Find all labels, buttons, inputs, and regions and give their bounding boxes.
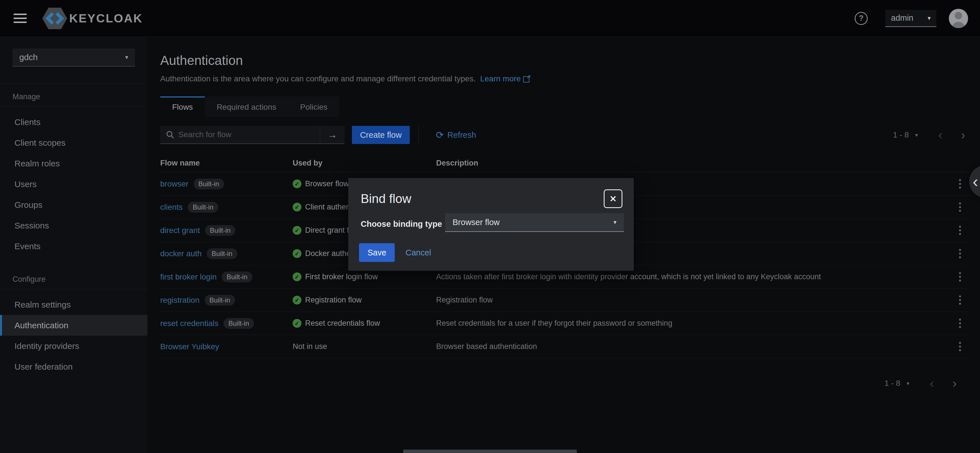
chevron-down-icon: ▾ <box>125 54 128 60</box>
pagination-range[interactable]: 1 - 8 <box>893 130 909 140</box>
masthead: KEYCLOAK ? admin ▾ <box>0 0 980 37</box>
next-page-icon[interactable]: › <box>953 377 957 389</box>
refresh-icon: ⟳ <box>436 129 444 141</box>
binding-type-label: Choose binding type <box>361 219 442 229</box>
built-in-badge: Built-in <box>188 202 218 213</box>
flow-name-cell: browserBuilt-in <box>160 179 293 189</box>
chevron-left-icon: ‹ <box>973 173 978 190</box>
check-circle-icon: ✓ <box>293 319 301 328</box>
used-by-text: First broker login flow <box>305 272 378 281</box>
search-icon <box>166 130 174 139</box>
page-description: Authentication is the area where you can… <box>160 74 476 83</box>
divider <box>0 83 148 84</box>
search-submit-arrow-icon[interactable]: → <box>320 126 345 143</box>
create-flow-button[interactable]: Create flow <box>352 126 410 144</box>
realm-name: gdch <box>19 52 38 62</box>
flow-name-link[interactable]: browser <box>160 180 189 189</box>
used-by-text: Docker authen <box>305 249 355 258</box>
table-header: Flow name Used by Description <box>160 154 970 172</box>
realm-selector[interactable]: gdch ▾ <box>13 48 135 67</box>
used-by-cell: ✓First broker login flow <box>293 272 436 281</box>
avatar[interactable] <box>949 9 968 28</box>
sidebar: gdch ▾ Manage ClientsClient scopesRealm … <box>0 37 148 453</box>
flow-name-link[interactable]: registration <box>160 296 200 305</box>
kebab-menu-icon[interactable] <box>957 270 963 284</box>
flow-name-link[interactable]: Browser Yuibkey <box>160 342 219 351</box>
used-by-text: Direct grant fl <box>305 226 351 235</box>
built-in-badge: Built-in <box>223 318 254 329</box>
page-title: Authentication <box>160 53 970 68</box>
user-menu-dropdown[interactable]: admin ▾ <box>885 10 936 27</box>
kebab-menu-icon[interactable] <box>957 340 963 353</box>
flow-name-link[interactable]: reset credentials <box>160 319 218 328</box>
sidebar-item-sessions[interactable]: Sessions <box>0 215 148 236</box>
built-in-badge: Built-in <box>194 179 224 189</box>
sidebar-manage-list: ClientsClient scopesRealm rolesUsersGrou… <box>0 112 148 257</box>
check-circle-icon: ✓ <box>293 203 301 211</box>
tab-bar: FlowsRequired actionsPolicies <box>160 96 970 117</box>
kebab-menu-icon[interactable] <box>957 316 963 330</box>
kebab-menu-icon[interactable] <box>957 293 963 307</box>
sidebar-item-user-federation[interactable]: User federation <box>0 356 148 377</box>
used-by-cell: Not in use <box>293 342 436 351</box>
brand-name: KEYCLOAK <box>69 12 143 25</box>
flow-name-link[interactable]: direct grant <box>160 226 200 235</box>
flow-name-link[interactable]: first broker login <box>160 272 216 281</box>
save-button[interactable]: Save <box>359 243 395 262</box>
kebab-menu-icon[interactable] <box>957 177 963 191</box>
tab-required-actions[interactable]: Required actions <box>205 96 288 117</box>
sidebar-item-clients[interactable]: Clients <box>0 112 148 132</box>
sidebar-item-authentication[interactable]: Authentication <box>0 315 148 335</box>
help-icon[interactable]: ? <box>855 12 868 25</box>
learn-more-link[interactable]: Learn more <box>480 74 530 83</box>
sidebar-item-identity-providers[interactable]: Identity providers <box>0 335 148 356</box>
flow-name-link[interactable]: clients <box>160 203 183 212</box>
flow-name-cell: direct grantBuilt-in <box>160 225 293 236</box>
flow-name-link[interactable]: docker auth <box>160 249 202 258</box>
sidebar-section-manage: Manage <box>13 92 40 101</box>
search-input[interactable] <box>178 130 320 139</box>
next-page-icon[interactable]: › <box>961 129 965 141</box>
flow-name-cell: docker authBuilt-in <box>160 248 293 259</box>
refresh-button[interactable]: ⟳ Refresh <box>436 129 476 141</box>
check-circle-icon: ✓ <box>293 226 301 235</box>
sidebar-section-configure: Configure <box>13 275 46 284</box>
sidebar-item-client-scopes[interactable]: Client scopes <box>0 132 148 153</box>
description-cell: Browser based authentication <box>436 342 950 351</box>
tab-flows[interactable]: Flows <box>160 96 205 117</box>
chevron-down-icon: ▾ <box>613 219 616 226</box>
tab-policies[interactable]: Policies <box>288 96 339 117</box>
previous-page-icon[interactable]: ‹ <box>930 377 934 389</box>
sidebar-configure-list: Realm settingsAuthenticationIdentity pro… <box>0 294 148 377</box>
chevron-down-icon[interactable]: ▾ <box>907 380 909 387</box>
sidebar-item-groups[interactable]: Groups <box>0 194 148 215</box>
column-flow-name: Flow name <box>160 159 293 167</box>
divider <box>0 106 148 106</box>
used-by-text: Not in use <box>293 342 327 351</box>
kebab-menu-icon[interactable] <box>957 200 963 214</box>
hamburger-menu-icon[interactable] <box>14 14 27 23</box>
check-circle-icon: ✓ <box>293 272 301 281</box>
sidebar-item-users[interactable]: Users <box>0 174 148 194</box>
kebab-menu-icon[interactable] <box>957 223 963 237</box>
chevron-down-icon[interactable]: ▾ <box>915 132 918 138</box>
sidebar-item-events[interactable]: Events <box>0 236 148 257</box>
bottom-handle-bar <box>403 450 577 453</box>
external-link-icon <box>523 75 531 83</box>
chevron-down-icon: ▾ <box>928 15 931 22</box>
binding-type-select[interactable]: Browser flow ▾ <box>445 213 624 232</box>
previous-page-icon[interactable]: ‹ <box>938 129 943 141</box>
kebab-menu-icon[interactable] <box>957 246 963 261</box>
sidebar-item-realm-settings[interactable]: Realm settings <box>0 294 148 315</box>
column-description: Description <box>436 159 950 167</box>
sidebar-item-realm-roles[interactable]: Realm roles <box>0 153 148 174</box>
flow-name-cell: Browser Yuibkey <box>160 342 293 351</box>
cancel-button[interactable]: Cancel <box>406 243 431 262</box>
close-icon[interactable]: ✕ <box>604 189 622 208</box>
refresh-label: Refresh <box>447 130 476 140</box>
column-used-by: Used by <box>293 159 436 167</box>
pagination-top: 1 - 8 ▾ ‹ › <box>893 129 965 141</box>
learn-more-label: Learn more <box>480 74 520 83</box>
pagination-range[interactable]: 1 - 8 <box>885 379 900 388</box>
description-cell: Reset credentials for a user if they for… <box>436 319 950 328</box>
